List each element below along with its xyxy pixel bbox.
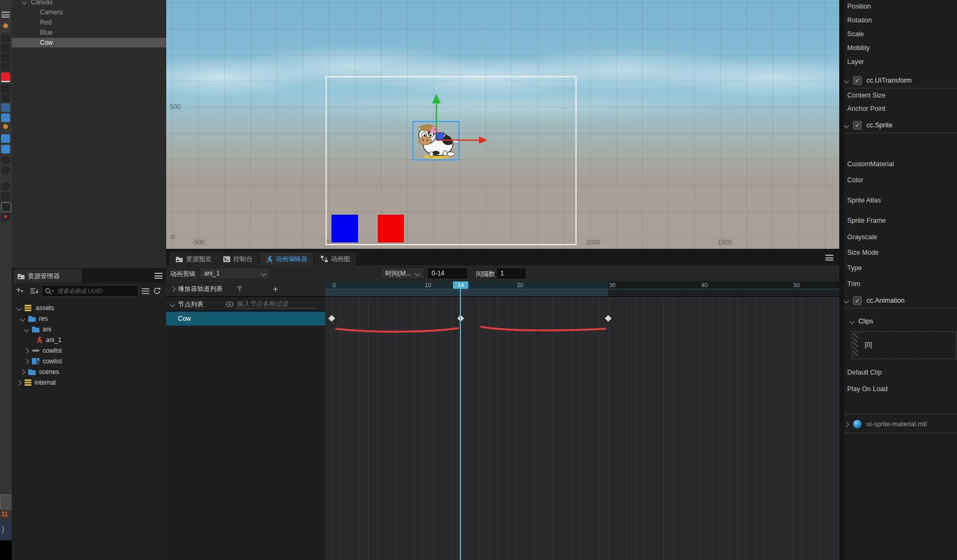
player-tracks-header[interactable]: 播放器轨道列表 + — [166, 281, 325, 297]
red-square-sprite[interactable] — [378, 215, 404, 242]
timeline-area[interactable]: 0 10 20 30 40 50 14 — [325, 281, 839, 560]
tool-button[interactable] — [1, 202, 11, 212]
asset-row-res[interactable]: res — [12, 313, 166, 324]
chevron-down-icon[interactable] — [849, 319, 855, 324]
asset-row-cowlist-atlas[interactable]: cowlist — [12, 345, 166, 356]
chevron-right-icon[interactable] — [24, 359, 29, 364]
tool-button[interactable] — [1, 84, 10, 93]
clip-select[interactable]: ani_1 — [199, 267, 270, 279]
tab-console[interactable]: 控制台 — [217, 253, 259, 265]
cropped-window-fragment — [0, 494, 13, 509]
material-asset-row[interactable]: ui-sprite-material.mtl — [845, 420, 927, 428]
component-header-uitransform[interactable]: ✓ cc.UITransform — [845, 76, 912, 85]
animation-editor-panel: 资源预览 控制台 动画编辑器 动画图 动画剪辑 ani_1 — [166, 249, 839, 560]
clips-section-header[interactable]: Clips — [850, 318, 873, 325]
tool-button[interactable] — [1, 53, 10, 62]
hierarchy-node-red[interactable]: Red — [12, 18, 166, 27]
add-track-button[interactable]: + — [273, 281, 278, 297]
tool-button-blue[interactable] — [1, 103, 10, 112]
gizmo-xy-handle[interactable] — [436, 133, 444, 140]
frame-range-input[interactable] — [427, 267, 468, 279]
tab-animation-editor[interactable]: 动画编辑器 — [259, 253, 314, 265]
keyframe-diamond[interactable] — [328, 315, 335, 322]
chevron-down-icon[interactable] — [844, 78, 849, 83]
tabbar-menu-icon[interactable] — [825, 255, 833, 261]
chevron-right-icon[interactable] — [17, 380, 22, 386]
track-row-cow[interactable]: Cow — [166, 312, 325, 326]
component-header-animation[interactable]: ✓ cc.Animation — [845, 296, 905, 305]
asset-search-input[interactable] — [42, 285, 139, 297]
clip-item[interactable]: [0] — [865, 341, 872, 348]
timeline-ruler[interactable]: 0 10 20 30 40 50 — [325, 281, 839, 289]
eye-icon[interactable] — [226, 302, 233, 307]
create-asset-button[interactable]: +▾ — [16, 285, 23, 295]
refresh-icon[interactable] — [153, 287, 160, 295]
chevron-right-icon[interactable] — [171, 287, 176, 292]
chevron-down-icon[interactable] — [170, 302, 175, 307]
node-label: Camera — [40, 7, 63, 17]
chevron-down-icon[interactable] — [24, 327, 29, 332]
tool-button[interactable] — [1, 156, 10, 164]
chevron-right-icon[interactable] — [20, 370, 26, 375]
asset-row-internal[interactable]: internal — [12, 377, 166, 388]
asset-row-ani-1[interactable]: ani_1 — [12, 335, 166, 345]
chevron-right-icon[interactable] — [24, 348, 29, 354]
asset-row-ani[interactable]: ani — [12, 324, 166, 335]
tool-button[interactable] — [1, 182, 10, 191]
gizmo-y-arrowhead[interactable] — [432, 94, 441, 103]
tool-button-blue[interactable] — [1, 145, 10, 153]
asset-row-assets[interactable]: assets — [12, 303, 166, 313]
transform-gizmo[interactable] — [430, 92, 489, 145]
chevron-right-icon[interactable] — [844, 421, 849, 427]
tool-button-blue[interactable] — [1, 113, 10, 122]
hierarchy-node-cow[interactable]: Cow — [12, 38, 166, 47]
tool-button[interactable] — [1, 192, 10, 201]
node-filter-input[interactable] — [236, 299, 318, 309]
component-enabled-checkbox[interactable]: ✓ — [853, 121, 862, 129]
asset-row-scenes[interactable]: scenes — [12, 367, 166, 377]
clip-list-box[interactable]: [0] — [851, 331, 956, 359]
tool-button[interactable] — [1, 34, 10, 43]
tool-button-blue[interactable] — [1, 134, 10, 143]
tab-asset-preview[interactable]: 资源预览 — [169, 253, 218, 265]
assets-menu-icon[interactable] — [155, 273, 163, 279]
chevron-down-icon[interactable] — [22, 0, 27, 4]
keyframe-track-area[interactable] — [325, 297, 839, 560]
sort-icon[interactable] — [30, 288, 38, 295]
asset-row-cowlist-layout[interactable]: cowlist — [12, 356, 166, 367]
tool-button[interactable] — [1, 166, 10, 175]
timeline-range-bar[interactable] — [325, 289, 839, 297]
main-menu-icon[interactable] — [2, 12, 10, 18]
interval-input[interactable] — [496, 267, 526, 279]
gizmo-x-arrowhead[interactable] — [479, 136, 488, 144]
scene-view[interactable]: 500 0 -500 0 1000 1500 — [166, 0, 839, 249]
playhead-line[interactable] — [460, 281, 461, 560]
hierarchy-node-blue[interactable]: Blue — [12, 28, 166, 37]
drag-handle-hatch[interactable] — [853, 333, 858, 356]
time-mode-select[interactable]: 时间(M... — [380, 267, 424, 279]
tool-button-reddot[interactable] — [1, 213, 10, 221]
assets-tab[interactable]: 资源管理器 — [13, 269, 82, 283]
node-list-header[interactable]: 节点列表 — [166, 297, 325, 311]
tool-button[interactable] — [1, 44, 10, 52]
tool-orange-icon[interactable] — [3, 124, 8, 129]
hierarchy-node-canvas[interactable]: Canvas — [12, 0, 166, 7]
playhead-frame-badge[interactable]: 14 — [453, 281, 468, 289]
tool-button[interactable] — [1, 63, 10, 71]
hierarchy-node-camera[interactable]: Camera — [12, 7, 166, 17]
chevron-down-icon[interactable] — [17, 306, 22, 311]
tab-animation-graph[interactable]: 动画图 — [314, 253, 357, 265]
chevron-down-icon[interactable] — [844, 123, 849, 128]
list-view-icon[interactable] — [142, 288, 149, 294]
keyframe-diamond[interactable] — [605, 315, 612, 322]
tool-button-red[interactable] — [1, 72, 10, 82]
chevron-down-icon[interactable] — [844, 298, 849, 303]
component-enabled-checkbox[interactable]: ✓ — [853, 76, 862, 85]
component-enabled-checkbox[interactable]: ✓ — [853, 296, 862, 305]
chevron-down-icon[interactable] — [20, 316, 26, 322]
blue-square-sprite[interactable] — [331, 215, 358, 242]
tool-button[interactable] — [1, 94, 10, 102]
tool-orange-icon[interactable] — [3, 23, 8, 28]
component-header-sprite[interactable]: ✓ cc.Sprite — [845, 121, 893, 129]
panel-divider[interactable] — [839, 0, 844, 560]
